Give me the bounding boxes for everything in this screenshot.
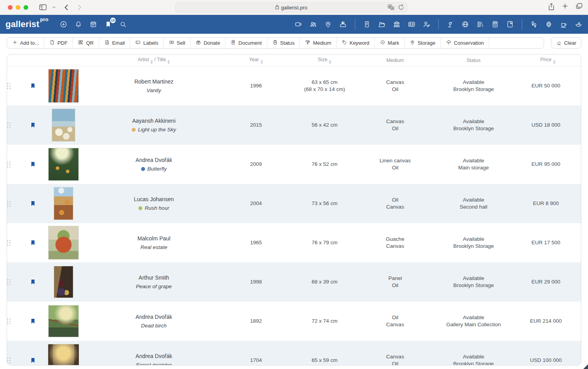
- wallet-icon[interactable]: [294, 20, 302, 28]
- table-row[interactable]: Andrea DvořákDead birch189272 x 74 cmOil…: [7, 302, 581, 341]
- artwork-thumbnail[interactable]: [48, 344, 79, 365]
- artwork-thumbnail[interactable]: [48, 148, 79, 181]
- table-row[interactable]: Arthur SmithPeace of grape199868 x 39 cm…: [7, 262, 581, 302]
- bookmarks-icon[interactable]: 10: [104, 20, 112, 28]
- institution-icon[interactable]: [393, 20, 401, 28]
- conservation-button[interactable]: Conservation: [441, 38, 490, 48]
- labels-button[interactable]: Labels: [130, 38, 163, 48]
- drag-handle[interactable]: [7, 240, 26, 246]
- table-row[interactable]: Aayansh AkkineniLight up the Sky201556 x…: [7, 105, 581, 145]
- drag-handle[interactable]: [7, 201, 26, 207]
- medium-button[interactable]: Medium: [300, 38, 336, 48]
- sell-button[interactable]: Sell: [164, 38, 191, 48]
- calculator-icon[interactable]: [491, 20, 499, 28]
- add-icon[interactable]: [60, 20, 67, 28]
- calendar-icon[interactable]: [89, 20, 97, 28]
- sidebar-toggle-icon[interactable]: [39, 4, 47, 10]
- zoom-window-button[interactable]: [24, 5, 28, 10]
- settings-icon[interactable]: [545, 20, 553, 28]
- drag-handle[interactable]: [7, 358, 26, 364]
- table-row[interactable]: Andrea DvořákForest morning170465 x 59 c…: [7, 341, 581, 365]
- artwork-thumbnail[interactable]: [54, 266, 73, 298]
- translate-icon[interactable]: [388, 4, 394, 11]
- artwork-thumbnail[interactable]: [48, 226, 79, 260]
- row-bookmark-icon[interactable]: [26, 200, 40, 207]
- sort-artist-icon[interactable]: [151, 60, 153, 64]
- row-bookmark-icon[interactable]: [26, 317, 40, 325]
- coffee-icon[interactable]: [560, 20, 568, 28]
- sort-price-icon[interactable]: [553, 60, 555, 64]
- row-bookmark-icon[interactable]: [26, 121, 40, 129]
- column-header-price[interactable]: Price: [515, 57, 581, 64]
- back-button[interactable]: [64, 4, 68, 11]
- drag-handle[interactable]: [7, 83, 26, 89]
- new-tab-icon[interactable]: [562, 3, 568, 12]
- status-button[interactable]: Status: [267, 38, 300, 48]
- globe-icon[interactable]: [461, 20, 469, 28]
- keyword-button[interactable]: Keyword: [337, 38, 375, 48]
- qr-button[interactable]: QR: [73, 38, 99, 48]
- library-icon[interactable]: [476, 20, 484, 28]
- donate-button[interactable]: Donate: [191, 38, 225, 48]
- bird-icon[interactable]: [575, 20, 583, 28]
- locations-icon[interactable]: [324, 20, 332, 28]
- drag-handle[interactable]: [7, 279, 26, 285]
- app-logo[interactable]: galleristpro: [5, 20, 48, 29]
- drag-handle[interactable]: [7, 318, 26, 324]
- table-row[interactable]: Robert MartinezVanity199663 x 65 cm(68 x…: [7, 66, 581, 105]
- drag-handle[interactable]: [7, 122, 26, 128]
- artist-title-cell[interactable]: Aayansh AkkineniLight up the Sky: [87, 118, 221, 133]
- footprints-icon[interactable]: [530, 20, 538, 28]
- row-bookmark-icon[interactable]: [26, 82, 40, 90]
- forward-button[interactable]: [78, 4, 82, 11]
- artwork-thumbnail[interactable]: [48, 69, 79, 103]
- table-row[interactable]: Malcolm PaulReal estate196576 x 79 cmGua…: [7, 223, 581, 262]
- notifications-icon[interactable]: [74, 20, 82, 28]
- artist-title-cell[interactable]: Andrea DvořákDead birch: [87, 314, 221, 329]
- address-bar[interactable]: gallerist.pro: [175, 2, 407, 13]
- mobile-doc-icon[interactable]: [363, 20, 371, 28]
- column-header-year[interactable]: Year: [221, 57, 291, 64]
- artist-title-cell[interactable]: Andrea DvořákButterfly: [87, 157, 221, 172]
- lamp-icon[interactable]: [446, 20, 454, 28]
- artist-title-cell[interactable]: Andrea DvořákForest morning: [87, 353, 221, 365]
- table-row[interactable]: Andrea DvořákButterfly200976 x 52 cmLine…: [7, 145, 581, 184]
- sort-title-icon[interactable]: [167, 60, 170, 64]
- clear-filters-button[interactable]: Clear: [551, 37, 581, 49]
- row-bookmark-icon[interactable]: [26, 356, 40, 364]
- mark-button[interactable]: Mark: [375, 38, 405, 48]
- artist-title-cell[interactable]: Robert MartinezVanity: [87, 78, 221, 93]
- inbox-icon[interactable]: [339, 20, 347, 28]
- row-bookmark-icon[interactable]: [26, 239, 40, 247]
- storage-button[interactable]: Storage: [405, 38, 441, 48]
- tab-overview-icon[interactable]: [576, 3, 583, 12]
- artwork-thumbnail[interactable]: [48, 305, 79, 337]
- id-card-icon[interactable]: [408, 20, 416, 28]
- artist-title-cell[interactable]: Malcolm PaulReal estate: [87, 235, 221, 250]
- book-icon[interactable]: [506, 20, 514, 28]
- artwork-thumbnail[interactable]: [52, 109, 75, 142]
- artwork-thumbnail[interactable]: [54, 187, 73, 220]
- artist-title-cell[interactable]: Arthur SmithPeace of grape: [87, 274, 221, 289]
- column-header-size[interactable]: Size: [291, 57, 358, 64]
- share-icon[interactable]: [548, 3, 554, 12]
- table-row[interactable]: Lucas JohansenRush hour200473 x 56 cmOil…: [7, 184, 581, 223]
- drag-handle[interactable]: [7, 162, 26, 167]
- sort-size-icon[interactable]: [329, 60, 331, 64]
- artist-title-cell[interactable]: Lucas JohansenRush hour: [87, 196, 221, 211]
- close-window-button[interactable]: [8, 5, 13, 10]
- chevron-down-icon[interactable]: [52, 6, 56, 9]
- row-bookmark-icon[interactable]: [26, 278, 40, 286]
- reload-icon[interactable]: [398, 4, 404, 11]
- pdf-button[interactable]: PDF: [44, 38, 73, 48]
- column-header-artist-title[interactable]: Artist / Title: [87, 57, 221, 64]
- sort-year-icon[interactable]: [261, 60, 263, 64]
- email-button[interactable]: Email: [99, 38, 131, 48]
- user-edit-icon[interactable]: [423, 20, 430, 28]
- folder-icon[interactable]: [378, 20, 386, 28]
- window-controls[interactable]: [8, 5, 28, 10]
- document-button[interactable]: Document: [225, 38, 267, 48]
- row-bookmark-icon[interactable]: [26, 160, 40, 168]
- contacts-icon[interactable]: [309, 20, 317, 28]
- search-icon[interactable]: [119, 20, 127, 28]
